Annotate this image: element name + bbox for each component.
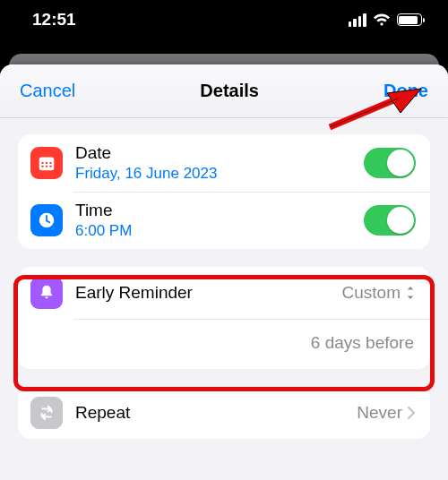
status-bar: 12:51 [0,0,448,45]
sheet-header: Cancel Details Done [0,64,448,118]
repeat-label: Repeat [75,403,357,423]
early-reminder-value-text: Custom [342,283,401,303]
repeat-group: Repeat Never [18,387,430,439]
cancel-button[interactable]: Cancel [20,81,75,101]
early-reminder-value[interactable]: Custom [342,283,416,303]
chevron-right-icon [407,406,416,420]
date-toggle[interactable] [364,148,416,178]
time-row[interactable]: Time 6:00 PM [18,192,430,249]
status-indicators [349,13,426,27]
wifi-icon [373,13,391,27]
datetime-group: Date Friday, 16 June 2023 Time 6:00 PM [18,134,430,249]
time-label: Time [75,201,364,220]
time-toggle[interactable] [364,205,416,236]
time-value[interactable]: 6:00 PM [75,222,364,240]
svg-rect-1 [42,162,44,164]
cellular-icon [349,13,366,27]
repeat-value-text: Never [357,403,402,423]
up-down-arrows-icon [405,286,416,300]
date-label: Date [75,143,364,163]
svg-rect-4 [42,166,44,167]
status-time: 12:51 [32,10,76,30]
sheet-content: Date Friday, 16 June 2023 Time 6:00 PM [0,118,448,439]
svg-rect-2 [46,162,47,164]
repeat-icon [30,397,63,429]
date-value[interactable]: Friday, 16 June 2023 [75,165,364,183]
repeat-row[interactable]: Repeat Never [18,387,430,439]
svg-rect-6 [49,166,51,167]
early-reminder-detail: 6 days before [311,333,414,353]
date-row[interactable]: Date Friday, 16 June 2023 [18,134,430,192]
clock-icon [30,204,63,236]
early-reminder-group: Early Reminder Custom 6 days before [18,267,430,369]
early-reminder-label: Early Reminder [75,283,342,303]
done-button[interactable]: Done [383,81,428,101]
sheet-title: Details [200,81,259,101]
calendar-icon [30,147,63,179]
repeat-value: Never [357,403,416,423]
early-reminder-row[interactable]: Early Reminder Custom [18,267,430,319]
bell-icon [30,277,63,309]
svg-rect-5 [46,166,47,167]
battery-icon [397,13,426,26]
early-reminder-detail-row[interactable]: 6 days before [18,319,430,369]
details-sheet: Cancel Details Done Date Friday, 16 June… [0,64,448,480]
svg-rect-3 [49,162,51,164]
